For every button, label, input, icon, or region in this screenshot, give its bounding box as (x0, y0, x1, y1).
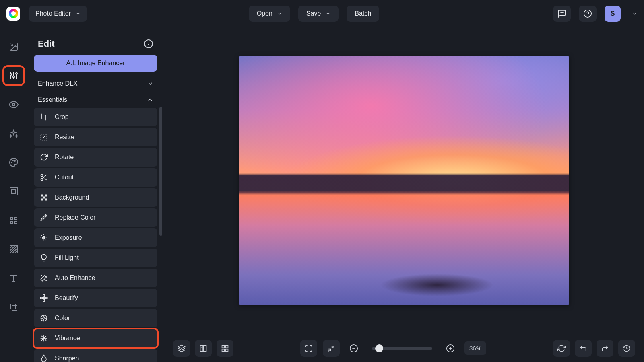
app-logo[interactable] (6, 7, 20, 21)
tool-label: Vibrance (55, 335, 80, 342)
svg-rect-37 (45, 195, 47, 197)
tool-sharpen[interactable]: Sharpen (34, 349, 157, 362)
svg-rect-38 (43, 197, 45, 199)
layers-button[interactable] (173, 340, 190, 357)
tool-label: Fill Light (55, 254, 79, 261)
tool-resize[interactable]: Resize (34, 128, 157, 146)
svg-point-20 (10, 221, 13, 224)
history-icon (623, 344, 631, 352)
rail-text[interactable] (5, 270, 23, 286)
svg-rect-19 (14, 217, 17, 220)
rail-touchup[interactable] (5, 97, 23, 113)
avatar-initial: S (610, 10, 615, 18)
open-button[interactable]: Open (249, 6, 290, 22)
svg-line-45 (46, 240, 46, 240)
save-button[interactable]: Save (298, 6, 339, 22)
svg-rect-26 (12, 306, 17, 311)
rail-textures[interactable] (5, 299, 23, 315)
svg-point-31 (41, 175, 43, 177)
tool-vibrance[interactable]: Vibrance (34, 329, 157, 348)
tool-background[interactable]: Background (34, 188, 157, 207)
stack-icon (178, 344, 186, 352)
info-icon[interactable] (144, 39, 153, 49)
chevron-down-icon (76, 11, 80, 16)
tool-cutout[interactable]: Cutout (34, 168, 157, 187)
section-enhance-dlx[interactable]: Enhance DLX (34, 76, 157, 92)
zoom-percent-badge[interactable]: 36% (464, 341, 486, 355)
checker-icon (40, 193, 48, 202)
resize-icon (40, 133, 48, 141)
svg-point-15 (14, 160, 15, 161)
rail-frames[interactable] (5, 183, 23, 200)
rail-edit[interactable] (5, 68, 23, 84)
bottom-toolbar: 36% (164, 334, 644, 362)
compare-button[interactable] (195, 340, 212, 357)
tool-label: Crop (55, 113, 69, 121)
section-essentials[interactable]: Essentials (34, 92, 157, 108)
undo-button[interactable] (575, 340, 592, 357)
tool-replace-color[interactable]: Replace Color (34, 208, 157, 227)
layers-icon (9, 302, 19, 312)
svg-point-7 (10, 74, 12, 75)
grid-button[interactable] (217, 340, 233, 357)
fit-button[interactable] (323, 340, 340, 357)
dropper-icon (40, 214, 48, 222)
fullscreen-button[interactable] (300, 340, 317, 357)
zoom-slider-knob[interactable] (375, 344, 383, 352)
chevron-down-icon (147, 80, 153, 87)
account-menu-chevron-icon[interactable] (632, 11, 638, 16)
tool-color[interactable]: Color (34, 309, 157, 327)
canvas-stage[interactable] (164, 27, 644, 334)
rail-artsy[interactable] (5, 154, 23, 171)
color-wheel-icon (40, 314, 48, 322)
help-button[interactable] (579, 6, 597, 22)
panel-scrollbar[interactable] (159, 107, 162, 236)
svg-rect-39 (41, 199, 43, 201)
zoom-slider[interactable] (372, 347, 432, 350)
tool-label: Exposure (55, 234, 82, 241)
redo-button[interactable] (597, 340, 613, 357)
ai-enhancer-button[interactable]: A.I. Image Enhancer (34, 55, 157, 72)
tool-fill-light[interactable]: Fill Light (34, 249, 157, 267)
svg-point-51 (40, 297, 43, 299)
eye-icon (9, 100, 19, 109)
texture-icon (9, 245, 19, 254)
svg-rect-66 (222, 345, 225, 348)
zoom-out-button[interactable] (345, 340, 362, 357)
compare-icon (199, 344, 207, 352)
tool-label: Background (55, 194, 89, 201)
maximize-icon (305, 344, 313, 352)
plus-circle-icon (446, 344, 455, 353)
tool-label: Sharpen (55, 355, 79, 362)
bulb-icon (40, 254, 48, 262)
svg-point-48 (43, 297, 44, 298)
zoom-percent-value: 36% (469, 345, 481, 352)
rail-image[interactable] (5, 39, 23, 55)
refresh-button[interactable] (553, 340, 570, 357)
avatar[interactable]: S (605, 6, 621, 22)
rail-overlays[interactable] (5, 241, 23, 257)
svg-line-70 (332, 345, 334, 348)
sliders-icon (9, 71, 19, 80)
svg-line-71 (328, 349, 330, 351)
feedback-button[interactable] (553, 6, 571, 22)
tool-beautify[interactable]: Beautify (34, 289, 157, 307)
top-bar: Photo Editor Open Save Batch S (0, 0, 644, 27)
rail-effects[interactable] (5, 125, 23, 142)
tool-crop[interactable]: Crop (34, 108, 157, 126)
rail-graphics[interactable] (5, 212, 23, 228)
zoom-in-button[interactable] (442, 340, 459, 357)
batch-button[interactable]: Batch (347, 6, 379, 22)
photo-canvas[interactable] (239, 56, 569, 305)
svg-rect-21 (14, 221, 17, 224)
svg-rect-67 (226, 345, 228, 348)
tool-exposure[interactable]: Exposure (34, 228, 157, 247)
app-menu-dropdown[interactable]: Photo Editor (29, 6, 87, 22)
tool-rotate[interactable]: Rotate (34, 148, 157, 167)
tool-auto-enhance[interactable]: Auto Enhance (34, 269, 157, 287)
chevron-down-icon (277, 11, 282, 16)
batch-label: Batch (355, 10, 371, 17)
history-button[interactable] (618, 340, 635, 357)
ai-enhancer-label: A.I. Image Enhancer (66, 60, 125, 66)
svg-rect-64 (200, 345, 203, 351)
